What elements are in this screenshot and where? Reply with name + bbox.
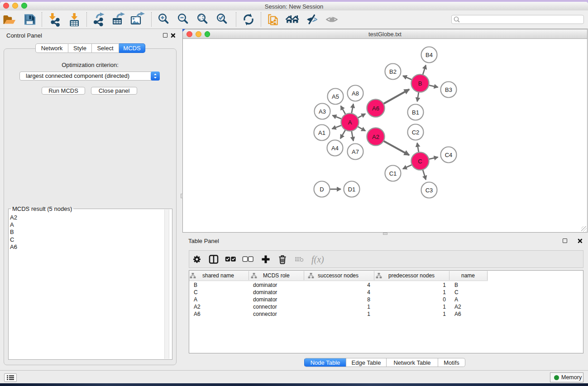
- svg-text:A4: A4: [331, 145, 339, 152]
- svg-text:D: D: [320, 186, 324, 193]
- svg-text:C: C: [418, 158, 422, 165]
- svg-text:B1: B1: [412, 109, 419, 116]
- svg-text:B3: B3: [445, 86, 452, 93]
- svg-text:B4: B4: [425, 52, 433, 58]
- svg-text:B: B: [418, 80, 422, 87]
- svg-text:A: A: [348, 119, 352, 126]
- svg-text:C3: C3: [425, 187, 433, 194]
- svg-text:D1: D1: [348, 186, 356, 193]
- svg-text:A7: A7: [352, 148, 359, 155]
- svg-text:A6: A6: [372, 105, 379, 112]
- svg-text:C2: C2: [412, 129, 420, 136]
- svg-text:C1: C1: [389, 170, 397, 177]
- svg-text:A5: A5: [332, 93, 339, 100]
- svg-text:B2: B2: [389, 68, 397, 75]
- svg-text:C4: C4: [445, 152, 453, 158]
- svg-text:A1: A1: [318, 129, 325, 136]
- svg-text:A3: A3: [319, 108, 326, 115]
- svg-text:A2: A2: [372, 133, 379, 140]
- svg-text:f(x): f(x): [311, 254, 324, 265]
- svg-text:A8: A8: [352, 90, 359, 97]
